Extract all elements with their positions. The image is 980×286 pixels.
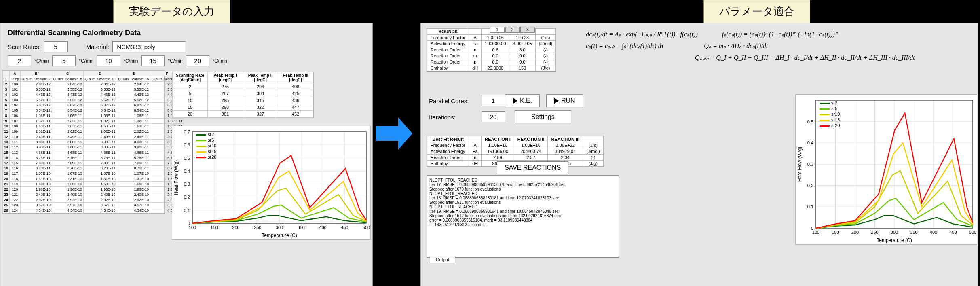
- banner-fit: パラメータ適合: [703, 0, 810, 23]
- svg-text:0.1: 0.1: [807, 204, 813, 209]
- svg-text:0.5: 0.5: [184, 156, 190, 161]
- rate-unit: °C/min: [213, 58, 227, 64]
- play-icon: [513, 97, 517, 104]
- svg-text:sr20: sr20: [208, 155, 216, 159]
- svg-text:150: 150: [211, 225, 218, 230]
- svg-rect-82: [820, 108, 830, 110]
- svg-rect-39: [196, 140, 206, 141]
- parallel-label: Parallel Cores:: [429, 97, 469, 104]
- svg-text:0.2: 0.2: [807, 183, 813, 188]
- svg-text:350: 350: [910, 230, 917, 235]
- svg-text:0.2: 0.2: [184, 195, 190, 199]
- peak-table: Scanning Rate [degC/min]Peak Temp I [deg…: [172, 72, 314, 118]
- input-panel: Differential Scanning Calorimetry Data S…: [0, 23, 373, 286]
- rate-input[interactable]: 2: [8, 55, 31, 66]
- panel-title: Differential Scanning Calorimetry Data: [0, 23, 372, 40]
- svg-rect-41: [196, 146, 206, 147]
- chart-input: 10015020025030035040045050000.10.20.30.4…: [172, 126, 371, 240]
- svg-text:150: 150: [832, 230, 839, 235]
- eq3: cₐ(t) = cₐ,₀ − ∫₀ᵗ (dcₐ(τ)/dτ) dτ: [586, 42, 663, 50]
- svg-rect-37: [196, 134, 206, 136]
- svg-text:450: 450: [341, 225, 348, 230]
- svg-text:500: 500: [363, 225, 370, 230]
- svg-text:0.7: 0.7: [184, 129, 190, 134]
- svg-text:Heat Flow (W/g): Heat Flow (W/g): [173, 160, 179, 195]
- svg-text:0: 0: [188, 221, 190, 226]
- svg-text:500: 500: [969, 230, 976, 235]
- scanrates-input[interactable]: 5: [44, 41, 68, 52]
- svg-rect-80: [820, 103, 830, 104]
- rate-unit: °C/min: [123, 58, 138, 64]
- bounds-tabs: 123: [490, 27, 535, 33]
- rates-row: 2°C/min5°C/min10°C/min15°C/min20°C/min: [0, 54, 372, 68]
- spreadsheet[interactable]: ABCDEF1TempQ_sum_Scanrate_2Q_sum_Scanrat…: [2, 70, 165, 214]
- material-label: Material:: [86, 43, 110, 50]
- svg-text:0.3: 0.3: [807, 162, 813, 167]
- output-button[interactable]: Output: [430, 256, 455, 263]
- bounds-tab[interactable]: 2: [505, 27, 520, 33]
- svg-text:0.3: 0.3: [184, 182, 190, 186]
- material-input[interactable]: NCM333_poly: [112, 41, 186, 52]
- rate-unit: °C/min: [34, 58, 49, 64]
- svg-text:350: 350: [298, 225, 305, 230]
- eq1: dcₐ(t)/dt = Aₐ · exp(−Eₐ,ₐ / R°T(t)) · f…: [586, 30, 698, 38]
- arrow-icon: [376, 117, 412, 150]
- svg-text:sr2: sr2: [208, 132, 214, 137]
- rate-input[interactable]: 15: [141, 55, 165, 66]
- svg-text:0.1: 0.1: [184, 208, 190, 213]
- rate-unit: °C/min: [168, 58, 182, 64]
- svg-text:sr20: sr20: [831, 123, 840, 128]
- rate-input[interactable]: 20: [186, 55, 209, 66]
- svg-rect-88: [820, 125, 830, 127]
- svg-text:sr10: sr10: [208, 143, 216, 148]
- svg-text:0.5: 0.5: [807, 119, 813, 124]
- svg-text:400: 400: [930, 230, 937, 235]
- svg-text:sr5: sr5: [831, 106, 837, 111]
- parallel-input[interactable]: 1: [482, 95, 505, 106]
- rate-input[interactable]: 10: [97, 55, 120, 66]
- run-button[interactable]: RUN: [546, 94, 583, 107]
- svg-text:0.4: 0.4: [807, 140, 813, 145]
- eq2: fₐ(cₐ(t)) = (cₐ(t))ⁿ (1−cₐ(t))ᵐ (−ln(1−c…: [722, 30, 838, 38]
- svg-text:200: 200: [851, 230, 859, 235]
- banner-input: 実験データの入力: [113, 0, 230, 23]
- svg-text:Heat Flow (W/g): Heat Flow (W/g): [797, 147, 803, 182]
- settings-button[interactable]: Settings: [515, 110, 571, 123]
- bounds-table: 123 BOUNDSMINMAXFrequency FactorA1.0E+06…: [427, 28, 556, 72]
- svg-rect-86: [820, 120, 830, 121]
- iter-input[interactable]: 20: [482, 111, 505, 122]
- bounds-tab[interactable]: 1: [490, 27, 505, 33]
- svg-rect-45: [196, 157, 206, 158]
- svg-text:sr15: sr15: [208, 149, 216, 154]
- svg-text:sr5: sr5: [208, 138, 214, 142]
- svg-text:300: 300: [276, 225, 283, 230]
- svg-text:400: 400: [319, 225, 326, 230]
- play-icon: [554, 97, 559, 104]
- log-output[interactable]: NLOPT_FTOL_REACHED Iter 17, RMSE = 0.068…: [427, 175, 619, 258]
- svg-text:Temperature (C): Temperature (C): [262, 233, 297, 238]
- chart-fit: 10015020025030035040045050000.10.20.30.4…: [795, 94, 977, 245]
- save-reactions-button[interactable]: SAVE REACTIONS: [497, 161, 568, 174]
- fit-panel: 123 BOUNDSMINMAXFrequency FactorA1.0E+06…: [420, 23, 978, 286]
- svg-text:200: 200: [232, 225, 239, 230]
- iter-label: Iterations:: [429, 114, 456, 121]
- svg-text:300: 300: [891, 230, 898, 235]
- svg-text:Temperature (C): Temperature (C): [877, 237, 912, 243]
- svg-text:0.4: 0.4: [184, 169, 190, 174]
- svg-text:sr15: sr15: [831, 117, 840, 122]
- svg-text:250: 250: [871, 230, 878, 235]
- bounds-tab[interactable]: 3: [520, 27, 535, 33]
- eq5: Qₛᵤₘ = Q_I + Q_II + Q_III = ΔH_I · dc_I/…: [695, 54, 915, 61]
- ke-button[interactable]: K.E.: [505, 94, 540, 107]
- scanrates-label: Scan Rates:: [8, 43, 41, 50]
- svg-rect-43: [196, 151, 206, 153]
- svg-text:sr2: sr2: [831, 100, 837, 105]
- svg-text:450: 450: [949, 230, 957, 235]
- svg-rect-84: [820, 114, 830, 115]
- svg-text:sr10: sr10: [831, 112, 840, 117]
- rate-input[interactable]: 5: [52, 55, 76, 66]
- svg-text:0: 0: [811, 226, 813, 231]
- rate-unit: °C/min: [79, 58, 93, 64]
- svg-text:0.6: 0.6: [184, 142, 190, 147]
- eq4: Qₐ = mₐ · ΔHₐ · dcₐ(t)/dt: [704, 42, 768, 50]
